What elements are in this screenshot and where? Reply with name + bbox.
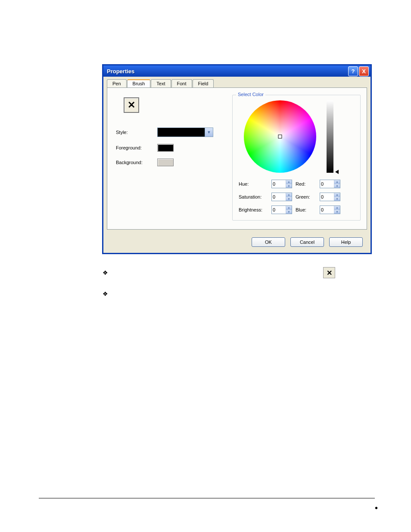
tab-panel-brush: ✕ Style: ▼ Foreground: Background: <box>107 87 367 230</box>
brightness-spinner[interactable]: ▲▼ <box>271 205 292 214</box>
green-spinner[interactable]: ▲▼ <box>320 193 340 201</box>
red-spinner[interactable]: ▲▼ <box>320 180 340 188</box>
saturation-input[interactable] <box>272 193 286 201</box>
brightness-slider[interactable] <box>327 100 336 173</box>
tab-font[interactable]: Font <box>171 79 192 87</box>
bullet-icon: ❖ <box>103 290 108 297</box>
page-bullet: • <box>375 503 378 513</box>
bri-up[interactable]: ▲ <box>286 206 292 210</box>
titlebar-help-button[interactable]: ? <box>348 66 358 76</box>
footnote-row-1: ❖ ✕ <box>103 267 370 278</box>
brightness-slider-thumb[interactable] <box>335 170 339 174</box>
hue-spinner[interactable]: ▲▼ <box>271 180 292 188</box>
saturation-spinner[interactable]: ▲▼ <box>271 193 292 201</box>
red-input[interactable] <box>320 180 334 188</box>
brightness-input[interactable] <box>272 206 286 214</box>
sat-down[interactable]: ▼ <box>286 197 292 201</box>
foreground-swatch[interactable] <box>157 144 174 152</box>
bullet-icon: ❖ <box>103 269 108 276</box>
foreground-row: Foreground: <box>116 144 228 152</box>
bri-down[interactable]: ▼ <box>286 210 292 214</box>
red-label: Red: <box>296 181 320 187</box>
tab-field[interactable]: Field <box>193 79 214 87</box>
tab-pen[interactable]: Pen <box>107 79 127 87</box>
background-label: Background: <box>116 160 157 165</box>
dialog-title: Properties <box>107 68 347 75</box>
no-fill-button[interactable]: ✕ <box>124 97 139 113</box>
footnotes: ❖ ✕ ❖ <box>103 267 370 309</box>
close-icon: X <box>362 68 366 75</box>
footnote-no-fill-icon: ✕ <box>323 267 335 278</box>
blue-spinner[interactable]: ▲▼ <box>320 205 340 214</box>
help-icon: ? <box>352 68 355 75</box>
tab-text[interactable]: Text <box>151 79 171 87</box>
brightness-label: Brightness: <box>239 207 271 212</box>
green-input[interactable] <box>320 193 334 201</box>
hue-input[interactable] <box>272 180 286 188</box>
titlebar-close-button[interactable]: X <box>359 66 369 76</box>
green-down[interactable]: ▼ <box>334 197 340 201</box>
blue-up[interactable]: ▲ <box>334 206 340 210</box>
footnote-row-2: ❖ <box>103 290 370 297</box>
color-wheel-cursor[interactable] <box>278 135 282 139</box>
chevron-down-icon: ▼ <box>205 128 213 137</box>
style-dropdown[interactable]: ▼ <box>157 128 213 137</box>
green-label: Green: <box>296 194 320 199</box>
sat-up[interactable]: ▲ <box>286 193 292 197</box>
select-color-legend: Select Color <box>236 92 265 97</box>
background-row: Background: <box>116 159 228 166</box>
titlebar[interactable]: Properties ? X <box>103 65 371 77</box>
foreground-label: Foreground: <box>116 145 157 150</box>
color-picker-area <box>238 100 355 173</box>
red-down[interactable]: ▼ <box>334 184 340 188</box>
tabstrip: Pen Brush Text Font Field <box>103 77 371 87</box>
background-swatch[interactable] <box>157 159 174 166</box>
color-value-grid: Hue: ▲▼ Red: ▲▼ Saturation: ▲▼ <box>238 180 355 214</box>
dialog-button-bar: OK Cancel Help <box>103 233 371 253</box>
no-fill-x-icon: ✕ <box>128 100 135 110</box>
ok-button[interactable]: OK <box>252 237 285 247</box>
blue-input[interactable] <box>320 206 334 214</box>
green-up[interactable]: ▲ <box>334 193 340 197</box>
page-divider <box>39 498 375 498</box>
help-button[interactable]: Help <box>329 237 363 247</box>
cancel-button[interactable]: Cancel <box>290 237 324 247</box>
blue-label: Blue: <box>296 207 320 212</box>
blue-down[interactable]: ▼ <box>334 210 340 214</box>
brush-left-column: ✕ Style: ▼ Foreground: Background: <box>116 95 232 221</box>
color-wheel[interactable] <box>244 100 316 173</box>
brightness-slider-track <box>327 100 333 173</box>
hue-down[interactable]: ▼ <box>286 184 292 188</box>
style-row: Style: ▼ <box>116 128 228 137</box>
hue-label: Hue: <box>239 181 271 187</box>
tab-brush[interactable]: Brush <box>127 79 151 87</box>
select-color-group: Select Color Hue: ▲▼ <box>232 95 361 221</box>
properties-dialog: Properties ? X Pen Brush Text Font Field… <box>103 65 371 254</box>
style-label: Style: <box>116 130 157 135</box>
saturation-label: Saturation: <box>239 194 271 199</box>
red-up[interactable]: ▲ <box>334 180 340 184</box>
hue-up[interactable]: ▲ <box>286 180 292 184</box>
